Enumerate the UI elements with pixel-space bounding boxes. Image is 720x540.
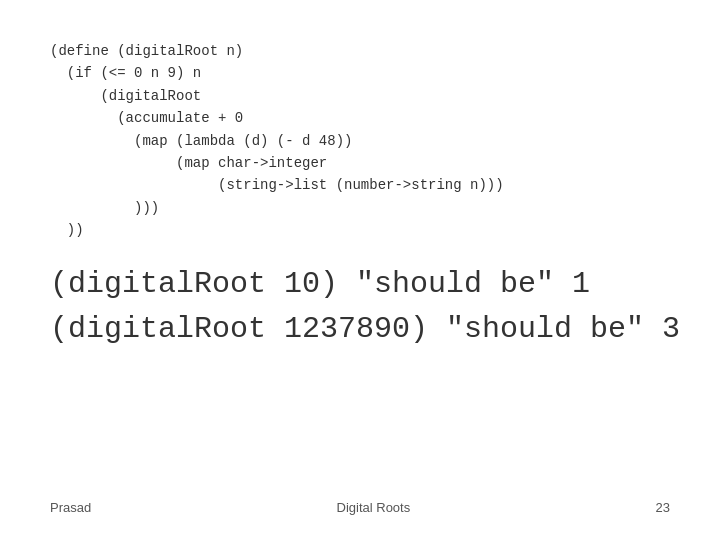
- demo-line-2: (digitalRoot 1237890) "should be" 3: [50, 307, 670, 352]
- code-line-8: ))): [50, 197, 670, 219]
- demo-block: (digitalRoot 10) "should be" 1 (digitalR…: [50, 262, 670, 352]
- code-line-1: (define (digitalRoot n): [50, 40, 670, 62]
- code-block: (define (digitalRoot n) (if (<= 0 n 9) n…: [50, 30, 670, 492]
- footer-page: 23: [656, 500, 670, 515]
- demo-line-1: (digitalRoot 10) "should be" 1: [50, 262, 670, 307]
- code-line-5: (map (lambda (d) (- d 48)): [50, 130, 670, 152]
- code-line-9: )): [50, 219, 670, 241]
- code-line-2: (if (<= 0 n 9) n: [50, 62, 670, 84]
- code-line-6: (map char->integer: [50, 152, 670, 174]
- slide: (define (digitalRoot n) (if (<= 0 n 9) n…: [0, 0, 720, 540]
- code-line-3: (digitalRoot: [50, 85, 670, 107]
- footer-title: Digital Roots: [337, 500, 411, 515]
- footer-author: Prasad: [50, 500, 91, 515]
- code-line-7: (string->list (number->string n))): [50, 174, 670, 196]
- footer: Prasad Digital Roots 23: [50, 492, 670, 520]
- code-line-4: (accumulate + 0: [50, 107, 670, 129]
